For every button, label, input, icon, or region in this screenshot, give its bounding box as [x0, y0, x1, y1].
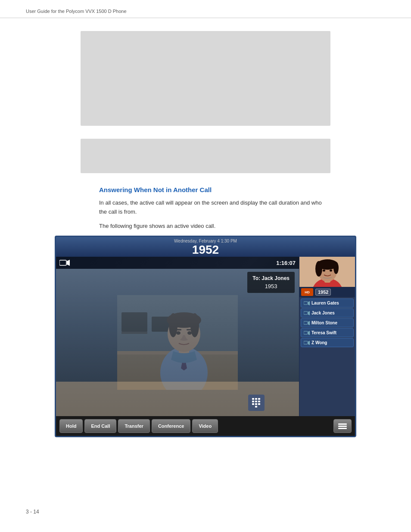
call-info-overlay: To: Jack Jones 1953 [247, 272, 295, 293]
page-footer: 3 - 14 [26, 509, 39, 515]
svg-rect-38 [304, 341, 308, 344]
contacts-list: Lauren Gates Jack Jones [299, 297, 355, 416]
hd-icon: HD [301, 288, 313, 296]
svg-rect-34 [304, 321, 308, 324]
svg-point-28 [323, 270, 325, 272]
svg-marker-39 [308, 341, 310, 345]
contact-icon [304, 301, 310, 305]
contact-icon [304, 321, 310, 325]
svg-marker-33 [308, 311, 310, 315]
conference-button[interactable]: Conference [152, 419, 191, 433]
svg-marker-31 [308, 301, 310, 305]
header-text: User Guide for the Polycom VVX 1500 D Ph… [26, 9, 127, 14]
body-para-2: The following figure shows an active vid… [99, 222, 323, 231]
contact-jack-jones[interactable]: Jack Jones [301, 308, 354, 317]
placeholder-image-small [81, 139, 330, 173]
svg-rect-32 [304, 311, 308, 314]
placeholder-image-large [81, 31, 330, 126]
contact-icon [304, 331, 310, 335]
svg-marker-37 [308, 331, 310, 335]
keypad-grid [252, 398, 261, 408]
svg-rect-30 [304, 302, 308, 305]
contact-name: Milton Stone [311, 320, 337, 325]
page-header: User Guide for the Polycom VVX 1500 D Ph… [0, 0, 411, 18]
phone-bottom-bar: Hold End Call Transfer Conference Video [56, 416, 355, 436]
end-call-button[interactable]: End Call [84, 419, 116, 433]
call-to-label: To: Jack Jones [252, 275, 290, 281]
contact-name: Teresa Swift [311, 330, 336, 335]
svg-marker-1 [67, 260, 70, 266]
contact-lauren-gates[interactable]: Lauren Gates [301, 299, 354, 308]
video-area: 1:16:07 [56, 257, 299, 416]
video-button[interactable]: Video [192, 419, 218, 433]
contact-icon [304, 341, 310, 345]
main-content: Answering When Not in Another Call In al… [0, 18, 411, 463]
contacts-sidebar: HD 1952 Lauren Gates [299, 257, 355, 416]
camera-icon [59, 259, 70, 266]
svg-point-26 [315, 261, 322, 277]
page-number: 3 - 14 [26, 509, 39, 515]
body-para-1: In all cases, the active call will appea… [99, 199, 323, 217]
contact-name: Z Wong [311, 340, 327, 345]
hold-button[interactable]: Hold [59, 419, 83, 433]
svg-rect-0 [59, 260, 66, 265]
contact-z-wong[interactable]: Z Wong [301, 338, 354, 347]
section-heading: Answering When Not in Another Call [99, 186, 385, 193]
svg-point-29 [330, 270, 332, 272]
contact-teresa-swift[interactable]: Teresa Swift [301, 328, 354, 337]
svg-point-27 [333, 262, 339, 274]
active-number-badge: 1952 [315, 289, 331, 296]
menu-lines-button[interactable] [333, 419, 352, 433]
contact-photo [299, 257, 355, 287]
svg-marker-35 [308, 321, 310, 325]
video-top-bar: 1:16:07 [56, 257, 299, 269]
phone-screenshot: Wednesday, February 4 1:30 PM 1952 1:16:… [55, 236, 356, 437]
keypad-icon-area[interactable] [248, 395, 265, 411]
phone-number-display: 1952 [60, 243, 351, 257]
svg-rect-36 [304, 331, 308, 334]
phone-main-area: 1:16:07 [56, 257, 355, 416]
contact-name: Jack Jones [311, 311, 335, 315]
call-number: 1953 [252, 283, 290, 289]
contact-name: Lauren Gates [311, 301, 339, 305]
contact-milton-stone[interactable]: Milton Stone [301, 318, 354, 327]
transfer-button[interactable]: Transfer [118, 419, 149, 433]
status-row: HD 1952 [299, 287, 355, 297]
lines-icon [338, 423, 347, 429]
contact-icon [304, 311, 310, 315]
call-timer: 1:16:07 [276, 260, 296, 266]
